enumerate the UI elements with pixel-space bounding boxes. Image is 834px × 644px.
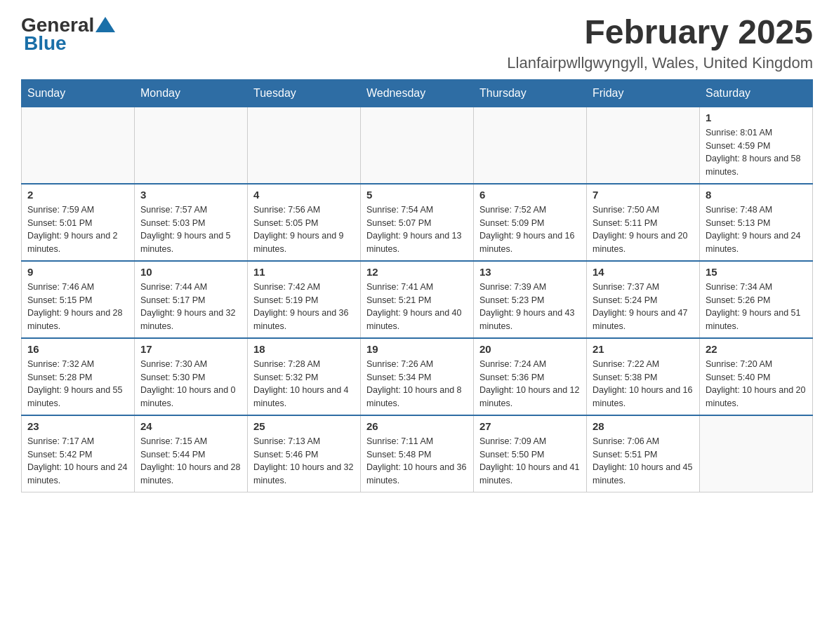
table-row: 24Sunrise: 7:15 AMSunset: 5:44 PMDayligh…: [135, 415, 248, 492]
day-number: 1: [706, 112, 807, 123]
day-info: Sunrise: 7:59 AMSunset: 5:01 PMDaylight:…: [27, 203, 128, 256]
table-row: 15Sunrise: 7:34 AMSunset: 5:26 PMDayligh…: [700, 261, 813, 338]
day-number: 13: [479, 266, 581, 278]
day-number: 20: [479, 343, 581, 355]
day-info: Sunrise: 7:22 AMSunset: 5:38 PMDaylight:…: [593, 358, 694, 410]
table-row: [361, 107, 474, 184]
day-info: Sunrise: 7:56 AMSunset: 5:05 PMDaylight:…: [253, 203, 355, 256]
day-info: Sunrise: 7:44 AMSunset: 5:17 PMDaylight:…: [140, 281, 241, 333]
day-info: Sunrise: 7:57 AMSunset: 5:03 PMDaylight:…: [140, 203, 241, 256]
table-row: 14Sunrise: 7:37 AMSunset: 5:24 PMDayligh…: [587, 261, 700, 338]
day-info: Sunrise: 7:52 AMSunset: 5:09 PMDaylight:…: [479, 203, 581, 256]
table-row: [587, 107, 700, 184]
day-info: Sunrise: 7:24 AMSunset: 5:36 PMDaylight:…: [479, 358, 581, 410]
day-number: 27: [479, 420, 581, 432]
col-monday: Monday: [135, 79, 248, 107]
table-row: 2Sunrise: 7:59 AMSunset: 5:01 PMDaylight…: [22, 184, 135, 261]
calendar-week-row: 2Sunrise: 7:59 AMSunset: 5:01 PMDaylight…: [22, 184, 813, 261]
table-row: 9Sunrise: 7:46 AMSunset: 5:15 PMDaylight…: [22, 261, 135, 338]
day-info: Sunrise: 7:20 AMSunset: 5:40 PMDaylight:…: [706, 358, 807, 410]
month-title: February 2025: [507, 14, 813, 51]
day-info: Sunrise: 7:34 AMSunset: 5:26 PMDaylight:…: [706, 281, 807, 333]
logo: General Blue: [21, 14, 117, 55]
table-row: 12Sunrise: 7:41 AMSunset: 5:21 PMDayligh…: [361, 261, 474, 338]
day-number: 6: [479, 189, 581, 201]
day-info: Sunrise: 7:48 AMSunset: 5:13 PMDaylight:…: [706, 203, 807, 256]
table-row: 6Sunrise: 7:52 AMSunset: 5:09 PMDaylight…: [474, 184, 587, 261]
day-number: 11: [253, 266, 355, 278]
table-row: [474, 107, 587, 184]
day-number: 22: [706, 343, 807, 355]
day-number: 12: [366, 266, 468, 278]
table-row: 13Sunrise: 7:39 AMSunset: 5:23 PMDayligh…: [474, 261, 587, 338]
day-number: 26: [366, 420, 468, 432]
day-number: 14: [593, 266, 694, 278]
table-row: 20Sunrise: 7:24 AMSunset: 5:36 PMDayligh…: [474, 338, 587, 415]
day-number: 25: [253, 420, 355, 432]
table-row: 21Sunrise: 7:22 AMSunset: 5:38 PMDayligh…: [587, 338, 700, 415]
day-info: Sunrise: 7:30 AMSunset: 5:30 PMDaylight:…: [140, 358, 241, 410]
day-info: Sunrise: 7:15 AMSunset: 5:44 PMDaylight:…: [140, 435, 241, 488]
table-row: 26Sunrise: 7:11 AMSunset: 5:48 PMDayligh…: [361, 415, 474, 492]
table-row: 22Sunrise: 7:20 AMSunset: 5:40 PMDayligh…: [700, 338, 813, 415]
day-number: 3: [140, 189, 241, 201]
table-row: 10Sunrise: 7:44 AMSunset: 5:17 PMDayligh…: [135, 261, 248, 338]
table-row: 23Sunrise: 7:17 AMSunset: 5:42 PMDayligh…: [22, 415, 135, 492]
day-info: Sunrise: 8:01 AMSunset: 4:59 PMDaylight:…: [706, 126, 807, 179]
table-row: 28Sunrise: 7:06 AMSunset: 5:51 PMDayligh…: [587, 415, 700, 492]
table-row: 3Sunrise: 7:57 AMSunset: 5:03 PMDaylight…: [135, 184, 248, 261]
title-section: February 2025 Llanfairpwllgwyngyll, Wale…: [507, 14, 813, 72]
day-number: 24: [140, 420, 241, 432]
page-header: General Blue February 2025 Llanfairpwllg…: [21, 14, 813, 72]
table-row: 1Sunrise: 8:01 AMSunset: 4:59 PMDaylight…: [700, 107, 813, 184]
day-number: 10: [140, 266, 241, 278]
day-number: 28: [593, 420, 694, 432]
day-info: Sunrise: 7:17 AMSunset: 5:42 PMDaylight:…: [27, 435, 128, 488]
day-info: Sunrise: 7:13 AMSunset: 5:46 PMDaylight:…: [253, 435, 355, 488]
day-info: Sunrise: 7:39 AMSunset: 5:23 PMDaylight:…: [479, 281, 581, 333]
col-thursday: Thursday: [474, 79, 587, 107]
calendar-week-row: 16Sunrise: 7:32 AMSunset: 5:28 PMDayligh…: [22, 338, 813, 415]
calendar-header-row: Sunday Monday Tuesday Wednesday Thursday…: [22, 79, 813, 107]
table-row: 16Sunrise: 7:32 AMSunset: 5:28 PMDayligh…: [22, 338, 135, 415]
day-number: 7: [593, 189, 694, 201]
day-info: Sunrise: 7:09 AMSunset: 5:50 PMDaylight:…: [479, 435, 581, 488]
day-info: Sunrise: 7:41 AMSunset: 5:21 PMDaylight:…: [366, 281, 468, 333]
table-row: 18Sunrise: 7:28 AMSunset: 5:32 PMDayligh…: [248, 338, 361, 415]
calendar-week-row: 9Sunrise: 7:46 AMSunset: 5:15 PMDaylight…: [22, 261, 813, 338]
col-friday: Friday: [587, 79, 700, 107]
day-info: Sunrise: 7:11 AMSunset: 5:48 PMDaylight:…: [366, 435, 468, 488]
table-row: 17Sunrise: 7:30 AMSunset: 5:30 PMDayligh…: [135, 338, 248, 415]
day-number: 17: [140, 343, 241, 355]
table-row: [22, 107, 135, 184]
calendar-week-row: 1Sunrise: 8:01 AMSunset: 4:59 PMDaylight…: [22, 107, 813, 184]
day-number: 23: [27, 420, 128, 432]
table-row: 27Sunrise: 7:09 AMSunset: 5:50 PMDayligh…: [474, 415, 587, 492]
table-row: 4Sunrise: 7:56 AMSunset: 5:05 PMDaylight…: [248, 184, 361, 261]
day-info: Sunrise: 7:26 AMSunset: 5:34 PMDaylight:…: [366, 358, 468, 410]
col-sunday: Sunday: [22, 79, 135, 107]
logo-triangle-icon: [95, 17, 115, 32]
day-info: Sunrise: 7:42 AMSunset: 5:19 PMDaylight:…: [253, 281, 355, 333]
day-number: 18: [253, 343, 355, 355]
table-row: [700, 415, 813, 492]
table-row: 11Sunrise: 7:42 AMSunset: 5:19 PMDayligh…: [248, 261, 361, 338]
day-info: Sunrise: 7:37 AMSunset: 5:24 PMDaylight:…: [593, 281, 694, 333]
day-number: 2: [27, 189, 128, 201]
col-saturday: Saturday: [700, 79, 813, 107]
calendar-table: Sunday Monday Tuesday Wednesday Thursday…: [21, 79, 813, 492]
day-info: Sunrise: 7:46 AMSunset: 5:15 PMDaylight:…: [27, 281, 128, 333]
day-number: 16: [27, 343, 128, 355]
day-info: Sunrise: 7:06 AMSunset: 5:51 PMDaylight:…: [593, 435, 694, 488]
day-number: 21: [593, 343, 694, 355]
day-info: Sunrise: 7:54 AMSunset: 5:07 PMDaylight:…: [366, 203, 468, 256]
day-number: 9: [27, 266, 128, 278]
table-row: [135, 107, 248, 184]
day-info: Sunrise: 7:50 AMSunset: 5:11 PMDaylight:…: [593, 203, 694, 256]
day-info: Sunrise: 7:32 AMSunset: 5:28 PMDaylight:…: [27, 358, 128, 410]
table-row: 25Sunrise: 7:13 AMSunset: 5:46 PMDayligh…: [248, 415, 361, 492]
calendar-week-row: 23Sunrise: 7:17 AMSunset: 5:42 PMDayligh…: [22, 415, 813, 492]
day-number: 5: [366, 189, 468, 201]
table-row: [248, 107, 361, 184]
day-number: 8: [706, 189, 807, 201]
